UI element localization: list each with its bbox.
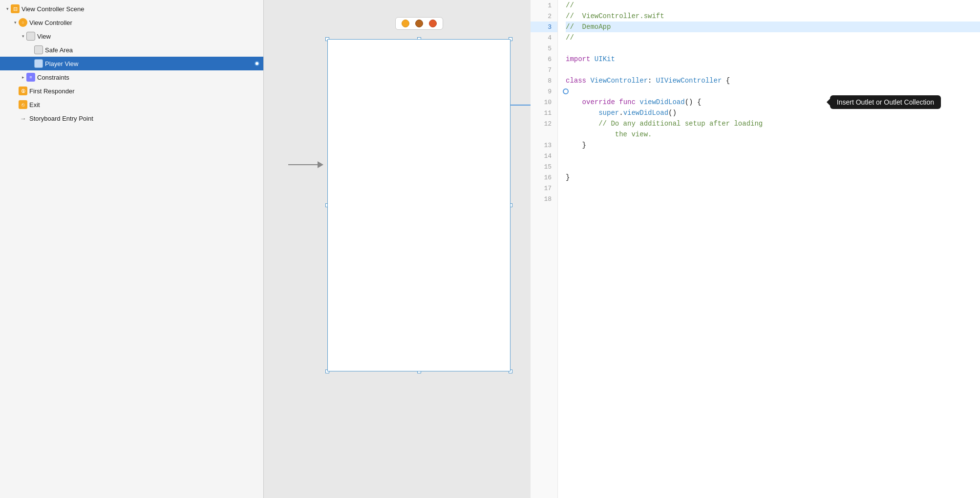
code-line-17 <box>566 183 980 194</box>
code-import-kw: import <box>566 55 590 63</box>
line-num-6: 6 <box>531 54 557 65</box>
constraint-icon: ≡ <box>26 73 35 82</box>
code-line-13: } <box>566 140 980 151</box>
line-numbers-gutter: 1 2 3 4 5 6 7 8 9 10 11 12 13 14 15 16 1… <box>531 0 558 498</box>
code-line-15 <box>566 161 980 172</box>
line-num-10: 10 <box>531 97 557 108</box>
tree-item-scene[interactable]: ⊟ View Controller Scene <box>0 2 263 16</box>
code-line-18 <box>566 194 980 204</box>
line-num-2: 2 <box>531 11 557 22</box>
code-close-class: } <box>566 173 570 181</box>
code-line-10: override func viewDidLoad() { <box>566 97 980 108</box>
disclosure-view[interactable] <box>20 33 26 40</box>
code-indent1 <box>566 98 582 106</box>
code-class-name: ViewController <box>590 77 648 85</box>
tree-item-firstresponder[interactable]: ① First Responder <box>0 84 263 98</box>
vc-toolbar <box>395 17 443 30</box>
safearea-icon <box>34 45 43 54</box>
safearea-label: Safe Area <box>45 46 259 54</box>
code-class-kw: class <box>566 77 586 85</box>
code-func-kw: func <box>619 98 636 106</box>
line-num-4: 4 <box>531 32 557 43</box>
disclosure-vc[interactable] <box>12 19 19 26</box>
vc-icon: ○ <box>19 18 27 27</box>
code-import-uikit: UIKit <box>595 55 615 63</box>
tree-item-exit[interactable]: ⎋ Exit <box>0 98 263 111</box>
code-super-text <box>566 109 598 117</box>
code-line-2: // ViewController.swift <box>566 11 980 22</box>
view-controller-frame <box>327 39 511 371</box>
code-line-16: } <box>566 172 980 183</box>
code-editor-panel: 1 2 3 4 5 6 7 8 9 10 11 12 13 14 15 16 1… <box>531 0 980 498</box>
playerview-icon <box>34 59 43 68</box>
line-num-17: 17 <box>531 183 557 194</box>
line-num-15: 15 <box>531 161 557 172</box>
code-line-4: // <box>566 32 980 43</box>
entry-point-arrow <box>288 161 323 168</box>
code-line-7 <box>566 65 980 75</box>
tree-item-vc[interactable]: ○ View Controller <box>0 16 263 29</box>
code-superclass: UIViewController <box>656 77 722 85</box>
code-comment-setup: // Do any additional setup after loading <box>566 120 763 128</box>
code-class-colon: : <box>648 77 656 85</box>
interface-builder-canvas[interactable] <box>264 0 531 498</box>
line-num-9: 9 <box>531 86 557 97</box>
line-num-11: 11 <box>531 108 557 118</box>
code-line-3: // DemoApp <box>566 22 980 32</box>
entry-icon: → <box>19 115 27 122</box>
code-line-1: // <box>566 0 980 11</box>
firstresponder-label: First Responder <box>29 87 259 95</box>
code-text-4: // <box>566 34 574 42</box>
line-num-5: 5 <box>531 43 557 54</box>
code-content-area[interactable]: // // ViewController.swift // DemoApp //… <box>558 0 980 498</box>
arrow-head <box>318 161 323 168</box>
file-navigator-panel: ⊟ View Controller Scene ○ View Controlle… <box>0 0 264 498</box>
constraints-label: Constraints <box>37 74 259 81</box>
line-num-1: 1 <box>531 0 557 11</box>
line-num-12b <box>531 129 557 140</box>
code-line-6: import UIKit <box>566 54 980 65</box>
line-num-8: 8 <box>531 75 557 86</box>
tree-item-entrypoint[interactable]: → Storyboard Entry Point <box>0 111 263 125</box>
line-num-14: 14 <box>531 151 557 161</box>
code-line-11: super.viewDidLoad() <box>566 108 980 118</box>
code-line-5 <box>566 43 980 54</box>
toolbar-dot-orange <box>402 20 409 27</box>
line-num-18: 18 <box>531 194 557 204</box>
code-viewdidload: viewDidLoad <box>623 109 668 117</box>
arrow-line <box>288 164 318 165</box>
toolbar-dot-brown <box>415 20 423 27</box>
code-line-12a: // Do any additional setup after loading <box>566 118 980 129</box>
view-frame[interactable] <box>327 39 511 371</box>
code-comment-view: the view. <box>566 130 652 138</box>
exit-icon: ⎋ <box>19 100 27 109</box>
code-line-9 <box>566 86 980 97</box>
line-num-16: 16 <box>531 172 557 183</box>
code-super-kw: super <box>598 109 619 117</box>
code-class-brace: { <box>722 77 730 85</box>
disclosure-constraints[interactable] <box>20 74 26 81</box>
scene-label: View Controller Scene <box>21 5 259 13</box>
outlet-connection-dot <box>563 88 569 94</box>
entrypoint-label: Storyboard Entry Point <box>29 115 259 122</box>
tree-item-safearea[interactable]: Safe Area <box>0 43 263 57</box>
code-text-2: // ViewController.swift <box>566 12 664 20</box>
code-line-8: class ViewController: UIViewController { <box>566 75 980 86</box>
playerview-label: Player View <box>45 60 255 67</box>
scene-icon: ⊟ <box>11 4 20 13</box>
tree-item-constraints[interactable]: ≡ Constraints <box>0 70 263 84</box>
code-class-space1 <box>586 77 590 85</box>
exit-label: Exit <box>29 101 259 108</box>
disclosure-scene[interactable] <box>4 5 11 12</box>
tree-item-view[interactable]: View <box>0 29 263 43</box>
vc-label: View Controller <box>29 19 259 26</box>
responder-icon: ① <box>19 87 27 95</box>
code-text-3: // DemoApp <box>566 23 611 31</box>
view-icon <box>26 32 35 41</box>
view-label: View <box>37 33 259 40</box>
code-import-space <box>590 55 594 63</box>
code-line-14 <box>566 151 980 161</box>
line-num-7: 7 <box>531 65 557 75</box>
connection-dot <box>255 61 259 66</box>
tree-item-playerview[interactable]: Player View <box>0 57 263 70</box>
